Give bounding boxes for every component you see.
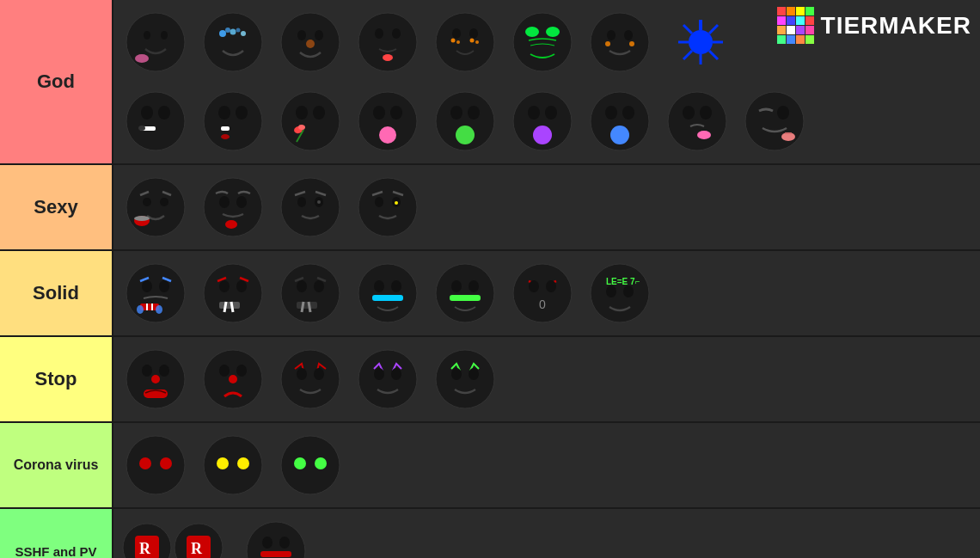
svg-point-71 <box>605 106 617 120</box>
svg-point-165 <box>279 537 290 549</box>
svg-point-110 <box>297 280 307 292</box>
face-stop5 <box>426 340 504 418</box>
svg-point-19 <box>452 28 461 39</box>
svg-point-75 <box>683 106 695 120</box>
svg-point-101 <box>159 280 169 292</box>
svg-point-107 <box>236 280 247 292</box>
svg-point-6 <box>225 28 230 33</box>
svg-point-74 <box>668 92 726 150</box>
tier-label-stop: Stop <box>0 337 112 421</box>
svg-point-140 <box>314 368 324 380</box>
svg-point-26 <box>525 27 539 37</box>
svg-rect-116 <box>372 295 403 301</box>
svg-point-17 <box>383 54 393 61</box>
face-corona2 <box>194 426 272 504</box>
face-solid1 <box>117 254 194 332</box>
svg-text:LE=E 7⌐: LE=E 7⌐ <box>606 277 640 286</box>
tier-content-sshf: R R <box>112 509 980 558</box>
tier-content-corona <box>112 423 980 507</box>
face-god9 <box>117 83 194 160</box>
face-stop2 <box>194 340 272 418</box>
svg-point-49 <box>236 106 248 120</box>
face-stop4 <box>349 340 426 418</box>
svg-point-7 <box>230 29 236 35</box>
svg-point-117 <box>436 264 494 322</box>
svg-point-59 <box>373 106 385 120</box>
face-solid2 <box>194 254 272 332</box>
svg-point-31 <box>605 41 610 46</box>
face-solid5 <box>426 254 504 332</box>
face-solid3 <box>272 254 349 332</box>
svg-point-83 <box>143 198 151 206</box>
tier-label-sexy: Sexy <box>0 165 112 249</box>
svg-point-82 <box>126 178 185 236</box>
face-sshf2 <box>237 512 315 558</box>
svg-point-148 <box>139 457 151 469</box>
tier-content-solid: 0 LE=E 7⌐ <box>112 251 980 335</box>
tier-row-solid: Solid <box>0 251 980 337</box>
svg-point-145 <box>451 368 462 380</box>
svg-point-132 <box>151 375 160 383</box>
svg-point-65 <box>456 126 475 144</box>
face-solid6: 0 <box>504 254 581 332</box>
face-sexy4 <box>349 169 426 246</box>
svg-rect-112 <box>297 302 317 309</box>
svg-point-141 <box>358 350 417 408</box>
face-sexy3 <box>272 169 349 246</box>
svg-point-164 <box>262 537 273 549</box>
svg-point-143 <box>391 368 401 380</box>
face-god16 <box>658 83 736 160</box>
svg-point-136 <box>236 365 247 377</box>
svg-point-99 <box>126 264 185 322</box>
svg-text:R: R <box>191 540 203 557</box>
svg-point-8 <box>236 28 241 33</box>
svg-point-33 <box>689 30 713 54</box>
face-stop3 <box>272 340 349 418</box>
svg-point-90 <box>225 220 237 229</box>
svg-point-72 <box>622 106 634 120</box>
svg-point-114 <box>374 280 384 292</box>
face-god6 <box>504 3 581 81</box>
svg-point-11 <box>297 30 306 40</box>
tier-content-stop <box>112 337 980 421</box>
svg-point-123 <box>546 280 556 292</box>
tier-label-solid: Solid <box>0 251 112 335</box>
svg-point-151 <box>217 457 229 469</box>
svg-point-0 <box>126 13 185 71</box>
svg-point-135 <box>219 365 230 377</box>
svg-point-100 <box>142 280 152 292</box>
tier-row-corona: Corona virus <box>0 423 980 509</box>
svg-point-3 <box>135 54 149 63</box>
svg-line-40 <box>683 51 692 59</box>
face-solid7: LE=E 7⌐ <box>581 254 658 332</box>
face-god12 <box>349 83 426 160</box>
svg-rect-120 <box>450 295 481 301</box>
face-god13 <box>426 83 504 160</box>
svg-point-98 <box>395 201 398 205</box>
svg-point-149 <box>160 457 172 469</box>
svg-point-5 <box>219 30 226 37</box>
tier-row-god: God <box>0 0 980 165</box>
svg-point-76 <box>700 106 712 120</box>
svg-point-153 <box>281 436 340 494</box>
svg-point-46 <box>138 126 145 131</box>
svg-point-4 <box>204 13 262 71</box>
tiermaker-text: TiERMAKER <box>821 12 971 40</box>
face-god17 <box>736 83 813 160</box>
svg-point-92 <box>297 197 306 207</box>
svg-point-113 <box>358 264 417 322</box>
tier-content-god: TiERMAKER <box>112 0 980 163</box>
svg-point-130 <box>142 365 152 377</box>
svg-point-111 <box>314 280 324 292</box>
svg-point-94 <box>317 200 321 204</box>
svg-rect-108 <box>219 302 240 309</box>
svg-point-118 <box>451 280 462 292</box>
svg-point-21 <box>451 39 456 43</box>
svg-point-96 <box>375 197 383 207</box>
svg-point-52 <box>281 92 340 150</box>
face-god3 <box>272 3 349 81</box>
svg-point-67 <box>528 106 540 120</box>
face-god2 <box>194 3 272 81</box>
svg-point-60 <box>390 106 402 120</box>
svg-point-53 <box>296 106 308 120</box>
